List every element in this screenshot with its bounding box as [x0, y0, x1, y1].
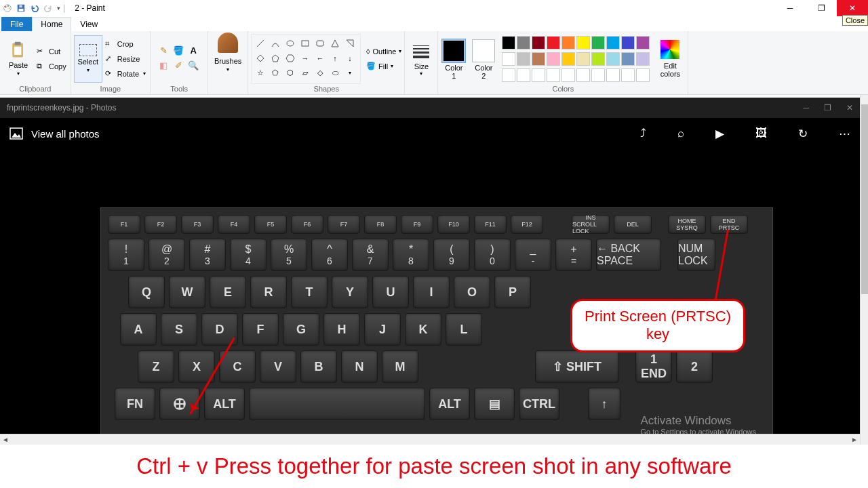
shape-outline-button[interactable]: ◊Outline▾: [366, 45, 401, 58]
photos-maximize-icon: ❐: [824, 103, 831, 113]
instruction-banner: Ctrl + v Press together for paste screen…: [0, 445, 868, 488]
pencil-tool[interactable]: ✎: [157, 45, 170, 57]
color-swatch[interactable]: [517, 52, 530, 66]
color-swatch-empty[interactable]: [636, 68, 650, 82]
maximize-button[interactable]: ❐: [806, 0, 837, 16]
resize-icon: ⤢: [105, 54, 115, 64]
group-shapes: →←↑↓ ☆⬠⬡▱◇⬭▾ ◊Outline▾ 🪣Fill▾ Shapes: [248, 31, 405, 94]
fill-tool[interactable]: 🪣: [172, 45, 184, 57]
fill-icon: 🪣: [366, 62, 376, 70]
color-swatch[interactable]: [591, 52, 605, 66]
ribbon-tabs: File Home View: [0, 16, 868, 31]
color-swatch[interactable]: [636, 52, 650, 66]
color-swatch-empty[interactable]: [621, 68, 635, 82]
color-swatch[interactable]: [576, 36, 590, 49]
color-swatch[interactable]: [606, 52, 620, 66]
undo-icon[interactable]: [30, 3, 39, 13]
color-swatch[interactable]: [591, 36, 605, 49]
svg-rect-5: [19, 9, 24, 12]
tab-view[interactable]: View: [71, 17, 106, 31]
svg-rect-24: [176, 405, 179, 407]
select-button[interactable]: Select ▾: [74, 35, 102, 83]
tab-home[interactable]: Home: [32, 17, 71, 31]
share-icon: ⤴: [640, 127, 646, 140]
color-swatch[interactable]: [502, 52, 515, 66]
window-title: 2 - Paint: [75, 3, 105, 13]
color-swatch-empty[interactable]: [591, 68, 605, 82]
color-swatch[interactable]: [621, 52, 635, 66]
color-swatch-empty[interactable]: [502, 68, 515, 82]
canvas-area[interactable]: fnprintscreenkeys.jpg - Photos ─ ❐ ✕ Vie…: [0, 95, 868, 445]
color-swatch-empty[interactable]: [547, 68, 560, 82]
horizontal-scrollbar[interactable]: ◄ ►: [0, 434, 860, 445]
eraser-tool[interactable]: ◧: [157, 60, 170, 72]
slideshow-icon: ▶: [715, 127, 724, 141]
svg-point-3: [8, 7, 9, 9]
svg-marker-14: [332, 40, 338, 47]
scissors-icon: ✂: [37, 47, 46, 56]
photos-minimize-icon: ─: [803, 103, 809, 113]
resize-button[interactable]: ⤢Resize: [105, 52, 146, 66]
rotate-button[interactable]: ⟳Rotate▾: [105, 67, 146, 81]
scroll-thumb[interactable]: [861, 104, 868, 294]
color-swatch-empty[interactable]: [517, 68, 530, 82]
svg-rect-8: [15, 42, 21, 45]
color-swatch[interactable]: [576, 52, 590, 66]
vertical-scrollbar[interactable]: [860, 95, 868, 445]
color-swatch[interactable]: [636, 36, 650, 49]
color-swatch[interactable]: [621, 36, 635, 49]
svg-rect-22: [176, 401, 179, 403]
quick-access-toolbar: ▾: [0, 3, 60, 13]
color-swatch[interactable]: [547, 36, 560, 49]
zoom-tool[interactable]: 🔍: [187, 60, 199, 72]
close-button[interactable]: ✕: [837, 0, 868, 16]
ribbon: Paste ▾ ✂Cut ⧉Copy Clipboard Select ▾ ⌗C…: [0, 31, 868, 95]
edit-colors-button[interactable]: Edit colors: [655, 40, 685, 78]
size-lines-icon: [413, 45, 429, 58]
svg-rect-12: [302, 41, 309, 46]
svg-rect-13: [317, 41, 323, 46]
color-swatch[interactable]: [561, 52, 575, 66]
outline-icon: ◊: [366, 47, 370, 56]
keyboard-image: F1F2F3F4F5F6F7F8F9F10F11F12INSSCROLL LOC…: [100, 207, 773, 438]
copy-button[interactable]: ⧉Copy: [37, 60, 66, 73]
redo-icon[interactable]: [43, 3, 53, 13]
shape-fill-button[interactable]: 🪣Fill▾: [366, 60, 401, 73]
color-swatch[interactable]: [517, 36, 530, 49]
svg-marker-16: [257, 55, 264, 62]
color-swatch[interactable]: [606, 36, 620, 49]
color-1-button[interactable]: [442, 39, 465, 62]
color-palette[interactable]: [500, 35, 651, 51]
picker-tool[interactable]: ✐: [172, 60, 184, 72]
size-button[interactable]: Size ▾: [408, 41, 435, 77]
svg-rect-25: [180, 405, 183, 407]
color-swatch[interactable]: [547, 52, 560, 66]
watermark: Activate Windows Go to Settings to activ…: [640, 414, 756, 436]
rotate-icon: ⟳: [105, 69, 115, 79]
qat-customize-icon[interactable]: ▾: [57, 5, 60, 12]
color-swatch-empty[interactable]: [532, 68, 545, 82]
svg-rect-23: [180, 401, 183, 403]
paste-button[interactable]: Paste ▾: [3, 35, 34, 83]
minimize-button[interactable]: ─: [774, 0, 806, 16]
save-icon[interactable]: [16, 3, 26, 13]
cut-button[interactable]: ✂Cut: [37, 45, 66, 58]
color-swatch-empty[interactable]: [606, 68, 620, 82]
color-swatch[interactable]: [532, 52, 545, 66]
crop-button[interactable]: ⌗Crop: [105, 37, 146, 51]
color-swatch-empty[interactable]: [561, 68, 575, 82]
color-swatch-empty[interactable]: [576, 68, 590, 82]
svg-rect-9: [14, 47, 22, 55]
text-tool[interactable]: A: [187, 45, 199, 57]
tab-file[interactable]: File: [1, 17, 32, 31]
color-swatch[interactable]: [561, 36, 575, 49]
scroll-right-icon[interactable]: ►: [849, 434, 860, 445]
callout-bubble: Print Screen (PRTSC) key: [570, 299, 745, 352]
color-2-button[interactable]: [472, 39, 495, 62]
shapes-gallery[interactable]: →←↑↓ ☆⬠⬡▱◇⬭▾: [251, 34, 361, 84]
separator: |: [63, 3, 65, 13]
brush-icon[interactable]: [218, 33, 238, 53]
color-swatch[interactable]: [502, 36, 515, 49]
scroll-left-icon[interactable]: ◄: [0, 434, 11, 445]
color-swatch[interactable]: [532, 36, 545, 49]
